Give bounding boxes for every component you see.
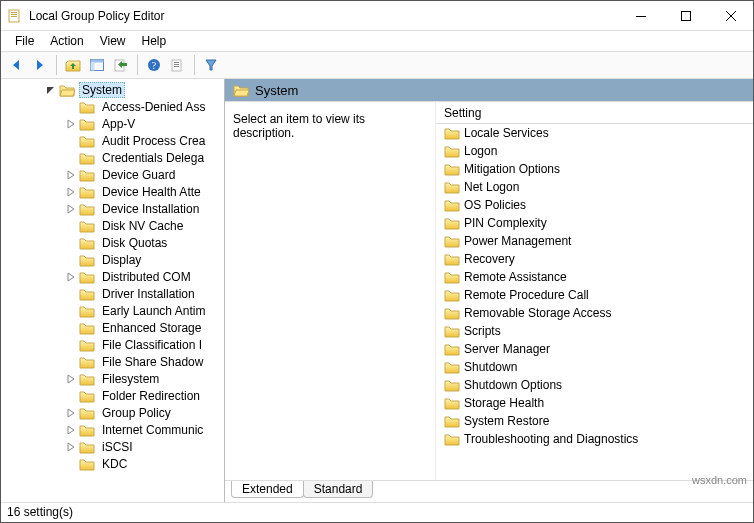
body: System Access-Denied AssApp-VAudit Proce… — [1, 79, 753, 502]
tree-label: Enhanced Storage — [99, 321, 204, 335]
list-item[interactable]: Recovery — [436, 250, 753, 268]
tree-node[interactable]: App-V — [1, 115, 224, 132]
list-item[interactable]: Shutdown — [436, 358, 753, 376]
chevron-right-icon[interactable] — [65, 186, 77, 198]
folder-icon — [444, 360, 460, 374]
folder-icon — [79, 168, 95, 182]
tree-pane[interactable]: System Access-Denied AssApp-VAudit Proce… — [1, 79, 225, 502]
chevron-right-icon[interactable] — [65, 118, 77, 130]
list-item[interactable]: Storage Health — [436, 394, 753, 412]
chevron-right-icon[interactable] — [65, 169, 77, 181]
up-button[interactable] — [62, 54, 84, 76]
folder-icon — [79, 423, 95, 437]
properties-button[interactable] — [167, 54, 189, 76]
list-item-label: Mitigation Options — [464, 162, 560, 176]
tree-label: App-V — [99, 117, 138, 131]
tree-label: Credentials Delega — [99, 151, 207, 165]
tree-node[interactable]: File Share Shadow — [1, 353, 224, 370]
menu-help[interactable]: Help — [134, 32, 175, 50]
export-button[interactable] — [110, 54, 132, 76]
chevron-right-icon[interactable] — [65, 424, 77, 436]
menu-action[interactable]: Action — [42, 32, 91, 50]
list-item[interactable]: Locale Services — [436, 124, 753, 142]
tree-node[interactable]: KDC — [1, 455, 224, 472]
content-header: System — [225, 79, 753, 101]
folder-icon — [79, 236, 95, 250]
chevron-right-icon[interactable] — [65, 407, 77, 419]
list-item[interactable]: OS Policies — [436, 196, 753, 214]
menu-view[interactable]: View — [92, 32, 134, 50]
tree-label: File Classification I — [99, 338, 205, 352]
chevron-down-icon[interactable] — [45, 84, 57, 96]
tree-node[interactable]: Display — [1, 251, 224, 268]
chevron-right-icon[interactable] — [65, 203, 77, 215]
show-hide-tree-button[interactable] — [86, 54, 108, 76]
folder-open-icon — [59, 83, 75, 97]
tab-extended[interactable]: Extended — [231, 481, 304, 498]
settings-list[interactable]: Locale ServicesLogonMitigation OptionsNe… — [436, 124, 753, 480]
tree-node[interactable]: Device Installation — [1, 200, 224, 217]
tree-node[interactable]: Internet Communic — [1, 421, 224, 438]
tree-node[interactable]: Early Launch Antim — [1, 302, 224, 319]
list-item[interactable]: PIN Complexity — [436, 214, 753, 232]
tree-node[interactable]: Access-Denied Ass — [1, 98, 224, 115]
folder-icon — [79, 185, 95, 199]
tree: System Access-Denied AssApp-VAudit Proce… — [1, 79, 224, 478]
tree-node[interactable]: Disk NV Cache — [1, 217, 224, 234]
statusbar: 16 setting(s) — [1, 502, 753, 522]
list-item[interactable]: Shutdown Options — [436, 376, 753, 394]
chevron-right-icon[interactable] — [65, 441, 77, 453]
tree-node-system[interactable]: System — [1, 81, 224, 98]
tree-node[interactable]: iSCSI — [1, 438, 224, 455]
tree-node[interactable]: Device Guard — [1, 166, 224, 183]
column-header-setting[interactable]: Setting — [436, 102, 753, 124]
chevron-right-icon[interactable] — [65, 373, 77, 385]
folder-icon — [79, 202, 95, 216]
list-item[interactable]: Net Logon — [436, 178, 753, 196]
list-item-label: Locale Services — [464, 126, 549, 140]
filter-button[interactable] — [200, 54, 222, 76]
folder-icon — [79, 134, 95, 148]
list-item-label: PIN Complexity — [464, 216, 547, 230]
list-item[interactable]: Scripts — [436, 322, 753, 340]
tree-node[interactable]: Folder Redirection — [1, 387, 224, 404]
tree-label: Group Policy — [99, 406, 174, 420]
status-text: 16 setting(s) — [7, 505, 73, 519]
folder-icon — [444, 144, 460, 158]
list-item[interactable]: Remote Assistance — [436, 268, 753, 286]
forward-button[interactable] — [29, 54, 51, 76]
tree-node[interactable]: Distributed COM — [1, 268, 224, 285]
tree-node[interactable]: Driver Installation — [1, 285, 224, 302]
maximize-button[interactable] — [663, 1, 708, 30]
tab-standard[interactable]: Standard — [303, 481, 374, 498]
list-item[interactable]: Remote Procedure Call — [436, 286, 753, 304]
folder-icon — [79, 151, 95, 165]
tree-label: iSCSI — [99, 440, 136, 454]
tree-node[interactable]: Group Policy — [1, 404, 224, 421]
close-button[interactable] — [708, 1, 753, 30]
folder-icon — [444, 270, 460, 284]
svg-rect-3 — [11, 16, 17, 17]
tree-node[interactable]: Audit Process Crea — [1, 132, 224, 149]
tree-node[interactable]: File Classification I — [1, 336, 224, 353]
list-item[interactable]: Mitigation Options — [436, 160, 753, 178]
list-item[interactable]: Troubleshooting and Diagnostics — [436, 430, 753, 448]
menu-file[interactable]: File — [7, 32, 42, 50]
tree-node[interactable]: Filesystem — [1, 370, 224, 387]
list-item[interactable]: System Restore — [436, 412, 753, 430]
list-item[interactable]: Power Management — [436, 232, 753, 250]
back-button[interactable] — [5, 54, 27, 76]
tree-node[interactable]: Device Health Atte — [1, 183, 224, 200]
tree-node[interactable]: Disk Quotas — [1, 234, 224, 251]
list-item[interactable]: Logon — [436, 142, 753, 160]
list-item[interactable]: Server Manager — [436, 340, 753, 358]
tree-node[interactable]: Enhanced Storage — [1, 319, 224, 336]
folder-icon — [79, 338, 95, 352]
help-button[interactable]: ? — [143, 54, 165, 76]
chevron-right-icon[interactable] — [65, 271, 77, 283]
list-item[interactable]: Removable Storage Access — [436, 304, 753, 322]
tree-node[interactable]: Credentials Delega — [1, 149, 224, 166]
folder-icon — [444, 378, 460, 392]
minimize-button[interactable] — [618, 1, 663, 30]
list-item-label: Scripts — [464, 324, 501, 338]
